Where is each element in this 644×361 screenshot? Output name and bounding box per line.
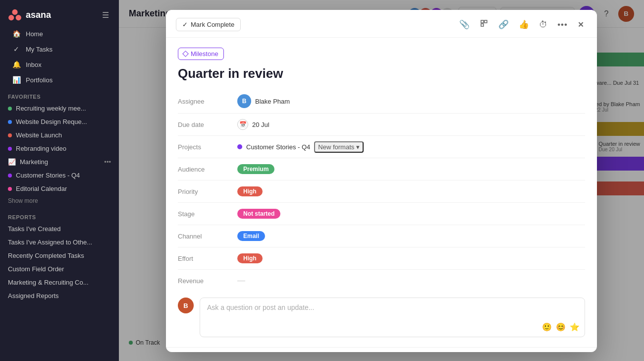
priority-badge: High [237, 186, 263, 196]
check-icon: ✓ [12, 45, 21, 53]
fav-dot-icon [8, 147, 12, 151]
fav-item-label: Rebranding video [16, 145, 66, 152]
menu-toggle-button[interactable]: ☰ [100, 8, 111, 22]
modal: ✓ Mark Complete 📎 🔗 👍 ⏱ ••• ✕ [119, 0, 644, 361]
reports-section-label: Reports [0, 208, 119, 222]
subtask-icon [480, 19, 488, 28]
fav-dot-icon [8, 174, 12, 178]
svg-point-0 [12, 9, 17, 15]
asana-logo-icon [8, 8, 22, 22]
sidebar-item-recruiting[interactable]: Recruiting weekly mee... [0, 102, 119, 115]
stage-badge: Not started [237, 209, 280, 219]
milestone-badge[interactable]: Milestone [178, 48, 224, 60]
subtask-button[interactable] [477, 17, 491, 32]
more-icon: ••• [104, 158, 111, 166]
sidebar-item-inbox[interactable]: 🔔 Inbox [4, 57, 115, 72]
fav-dot-icon [8, 133, 12, 137]
new-formats-button[interactable]: New formats ▾ [314, 141, 364, 153]
fav-dot-icon [8, 107, 12, 111]
sidebar-item-rebranding[interactable]: Rebranding video [0, 142, 119, 155]
emoji-star-button[interactable]: ⭐ [570, 322, 580, 332]
emoji-smile-button[interactable]: 😊 [556, 322, 566, 332]
reports-list: Tasks I've Created Tasks I've Assigned t… [0, 222, 119, 302]
report-item-tasks-created[interactable]: Tasks I've Created [0, 222, 119, 236]
comment-avatar: B [178, 298, 194, 313]
stage-field: Stage Not started [178, 205, 585, 223]
effort-badge: High [237, 253, 263, 263]
sidebar-item-portfolios[interactable]: 📊 Portfolios [4, 72, 115, 87]
assignee-value[interactable]: B Blake Pham [237, 94, 290, 108]
priority-value[interactable]: High [237, 186, 263, 196]
clock-button[interactable]: ⏱ [536, 18, 550, 32]
svg-point-2 [16, 15, 21, 20]
sidebar-item-label: Home [26, 30, 43, 38]
sidebar-nav: 🏠 Home ✓ My Tasks 🔔 Inbox 📊 Portfolios [0, 26, 119, 88]
fav-item-label: Recruiting weekly mee... [16, 105, 86, 112]
project-dot-icon [237, 144, 242, 149]
show-more-button[interactable]: Show more [0, 195, 119, 208]
home-icon: 🏠 [12, 30, 21, 38]
comment-input[interactable]: Ask a question or post an update... 🙂 😊 … [200, 298, 585, 337]
bar-chart-icon: 📊 [12, 76, 21, 84]
check-icon: ✓ [182, 21, 188, 28]
assignee-avatar: B [237, 94, 251, 108]
modal-footer: Collaborators B S M L + 🔔 Leave Task [166, 347, 597, 352]
like-button[interactable]: 👍 [516, 17, 532, 32]
sidebar-item-label: Portfolios [26, 76, 53, 84]
audience-value[interactable]: Premium [237, 164, 274, 174]
sidebar: asana ☰ 🏠 Home ✓ My Tasks 🔔 Inbox 📊 Port… [0, 0, 119, 361]
sidebar-item-label: My Tasks [26, 46, 53, 53]
emoji-row: 🙂 😊 ⭐ [542, 322, 580, 332]
fav-item-label: Website Launch [16, 131, 62, 139]
due-date-value[interactable]: 📅 20 Jul [237, 119, 269, 130]
calendar-icon: 📅 [237, 119, 248, 130]
fav-item-label: Marketing [20, 158, 48, 166]
fav-item-label: Editorial Calendar [16, 185, 67, 192]
fav-item-label: Website Design Reque... [16, 118, 87, 125]
more-button[interactable]: ••• [554, 18, 571, 32]
priority-field: Priority High [178, 182, 585, 200]
channel-value[interactable]: Email [237, 231, 265, 241]
sidebar-item-my-tasks[interactable]: ✓ My Tasks [4, 42, 115, 57]
attachment-button[interactable]: 📎 [456, 17, 473, 32]
report-item-custom-field[interactable]: Custom Field Order [0, 262, 119, 276]
mark-complete-button[interactable]: ✓ Mark Complete [176, 18, 241, 31]
revenue-field: Revenue — [178, 272, 585, 290]
due-date-field: Due date 📅 20 Jul [178, 116, 585, 133]
revenue-value[interactable]: — [237, 276, 245, 285]
sidebar-item-label: Inbox [26, 61, 42, 68]
svg-point-1 [8, 15, 14, 20]
report-item-assigned-reports[interactable]: Assigned Reports [0, 289, 119, 302]
emoji-face-button[interactable]: 🙂 [542, 322, 552, 332]
sidebar-item-marketing[interactable]: 📈 Marketing ••• [0, 155, 119, 169]
sidebar-item-customer-stories[interactable]: Customer Stories - Q4 [0, 169, 119, 182]
channel-field: Channel Email [178, 227, 585, 245]
audience-field: Audience Premium [178, 160, 585, 178]
main-area: Marketing ▾ ★ B S M 6 🔗 Share 🔍 Search +… [119, 0, 644, 361]
sidebar-item-website-design[interactable]: Website Design Reque... [0, 115, 119, 128]
report-item-recently-completed[interactable]: Recently Completed Tasks [0, 249, 119, 262]
comment-placeholder: Ask a question or post an update... [207, 303, 314, 311]
audience-badge: Premium [237, 164, 274, 174]
modal-body: Milestone Quarter in review Assignee B B… [166, 38, 597, 290]
report-item-tasks-assigned[interactable]: Tasks I've Assigned to Othe... [0, 236, 119, 249]
assignee-field: Assignee B Blake Pham [178, 91, 585, 111]
fav-dot-icon [8, 120, 12, 124]
sidebar-item-home[interactable]: 🏠 Home [4, 26, 115, 41]
bar-chart-icon: 📈 [8, 158, 16, 166]
stage-value[interactable]: Not started [237, 209, 280, 219]
link-button[interactable]: 🔗 [495, 17, 512, 32]
sidebar-item-editorial[interactable]: Editorial Calendar [0, 182, 119, 195]
fav-item-label: Customer Stories - Q4 [16, 172, 80, 179]
report-item-marketing-recruiting[interactable]: Marketing & Recruiting Co... [0, 276, 119, 289]
task-title: Quarter in review [178, 66, 585, 81]
sidebar-item-website-launch[interactable]: Website Launch [0, 128, 119, 142]
close-button[interactable]: ✕ [575, 18, 587, 31]
milestone-diamond-icon [182, 51, 189, 57]
bell-icon: 🔔 [12, 60, 21, 68]
effort-field: Effort High [178, 249, 585, 267]
effort-value[interactable]: High [237, 253, 263, 263]
comment-area: B Ask a question or post an update... 🙂 … [166, 290, 597, 345]
projects-value[interactable]: Customer Stories - Q4 New formats ▾ [237, 141, 364, 153]
chevron-down-icon: ▾ [356, 143, 360, 151]
